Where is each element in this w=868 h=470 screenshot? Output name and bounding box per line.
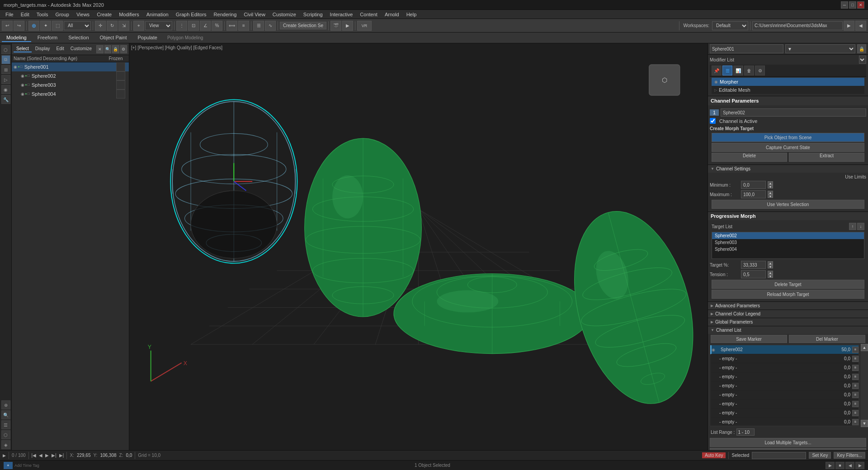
channel-name-input[interactable] — [721, 108, 866, 117]
menu-content[interactable]: Content — [356, 11, 381, 18]
play-btn[interactable]: ▶ — [45, 453, 49, 458]
lock-object-btn[interactable]: 🔒 — [857, 44, 866, 53]
mod-delete-icon[interactable]: 🗑 — [744, 66, 754, 75]
ch-settings-btn-8[interactable]: ≡ — [852, 419, 859, 425]
layer2-icon[interactable]: ☰ — [1, 420, 10, 429]
object-name-input[interactable] — [710, 44, 783, 53]
tension-up-btn[interactable]: ▲ — [768, 271, 773, 274]
channel-list-header[interactable]: Channel List — [708, 326, 868, 334]
env-icon[interactable]: ◈ — [1, 440, 10, 449]
reload-morph-target-btn[interactable]: Reload Morph Target — [712, 290, 864, 299]
global-params-header[interactable]: Global Parameters — [708, 318, 868, 326]
channel-scroll-up-btn[interactable]: ▲ — [861, 344, 868, 351]
menu-edit[interactable]: Edit — [17, 11, 33, 18]
morpher-modifier[interactable]: ◉ Morpher — [712, 78, 864, 86]
curve-btn[interactable]: ∿ — [265, 21, 276, 31]
snap2d-btn[interactable]: ⊡ — [188, 21, 199, 31]
scale-btn[interactable]: ⇲ — [118, 21, 129, 31]
menu-interactive[interactable]: Interactive — [326, 11, 357, 18]
next-frame-btn[interactable]: ▶| — [52, 453, 57, 458]
ch-settings-btn-2[interactable]: ≡ — [852, 365, 859, 371]
find-btn[interactable]: 🔍 — [104, 45, 111, 53]
utilities-icon[interactable]: 🔧 — [1, 95, 10, 104]
zoom-icon[interactable]: 🔍 — [1, 410, 10, 419]
ch-settings-btn-6[interactable]: ≡ — [852, 401, 859, 407]
tension-down-btn[interactable]: ▼ — [768, 274, 773, 278]
menu-create[interactable]: Create — [93, 11, 115, 18]
mod-pin-icon[interactable]: 📌 — [712, 66, 722, 75]
path-input[interactable] — [752, 21, 843, 30]
tab-object-paint[interactable]: Object Paint — [95, 34, 132, 42]
scene-item-sphere003[interactable]: ◉ ● □ Sphere003 — [19, 80, 129, 89]
motion-icon[interactable]: ▷ — [1, 75, 10, 84]
menu-help[interactable]: Help — [403, 11, 420, 18]
angle-snap-btn[interactable]: ∠ — [200, 21, 211, 31]
menu-tools[interactable]: Tools — [33, 11, 52, 18]
select-btn[interactable]: ✦ — [40, 21, 51, 31]
menu-animation[interactable]: Animation — [143, 11, 172, 18]
filter-btn[interactable]: ✕ — [96, 45, 103, 53]
path-nav-btn[interactable]: ▶ — [844, 21, 854, 31]
mini-prev-btn[interactable]: ◀ — [845, 462, 854, 469]
morpher-eye-icon[interactable]: ◉ — [714, 80, 718, 84]
scene-item-sphere002[interactable]: ◉ ● □ Sphere002 — [19, 71, 129, 80]
channel-color-legend-header[interactable]: Channel Color Legend — [708, 310, 868, 318]
go-end-btn[interactable]: ▶| — [59, 453, 64, 458]
select-object-btn[interactable]: ⊕ — [28, 21, 39, 31]
menu-customize[interactable]: Customize — [269, 11, 300, 18]
mini-play-btn[interactable]: ▶ — [826, 462, 835, 469]
sphere002-eye-icon[interactable]: ◉ — [21, 74, 24, 78]
scene-item-sphere001[interactable]: ◉ ● □ Sphere001 — [12, 62, 129, 71]
menu-scripting[interactable]: Scripting — [300, 11, 326, 18]
path-back-btn[interactable]: ◀ — [855, 21, 866, 31]
object-selector-dropdown[interactable]: ▼ — [785, 44, 855, 53]
channel-row-sphere002[interactable]: ◉ Sphere002 50,0 ≡ — [710, 345, 859, 354]
options-icon[interactable]: ⚙ — [120, 45, 127, 53]
sphere001-freeze-btn[interactable] — [116, 62, 125, 71]
extract-btn[interactable]: Extract — [789, 153, 864, 162]
mod-active-icon[interactable]: ☰ — [722, 66, 732, 75]
ch-settings-btn-5[interactable]: ≡ — [852, 392, 859, 398]
channel-scroll-down-btn[interactable]: ▼ — [861, 420, 868, 427]
create-icon[interactable]: ⬡ — [1, 45, 10, 54]
setkey-btn[interactable]: Set Key — [809, 452, 831, 459]
display-tab[interactable]: Display — [33, 46, 53, 52]
target-up-btn[interactable]: ↑ — [849, 223, 856, 230]
list-range-input[interactable] — [736, 428, 755, 436]
modifier-list-dropdown[interactable]: ▼ — [859, 56, 866, 64]
target-sphere002[interactable]: Sphere002 — [712, 232, 864, 239]
menu-group[interactable]: Group — [52, 11, 73, 18]
modify-icon[interactable]: ⧉ — [1, 55, 10, 64]
hierarchy-icon[interactable]: ⊞ — [1, 65, 10, 74]
selected-search-input[interactable] — [752, 452, 806, 459]
mirror-btn[interactable]: ⟺ — [226, 21, 237, 31]
workspace-combo[interactable]: Default — [712, 21, 748, 30]
save-marker-btn[interactable]: Save Marker — [711, 335, 787, 343]
rotate-btn[interactable]: ↻ — [107, 21, 118, 31]
menu-rendering[interactable]: Rendering — [210, 11, 241, 18]
add-time-key-btn[interactable]: + — [4, 462, 13, 469]
menu-arnold[interactable]: Arnold — [381, 11, 403, 18]
sphere003-freeze-btn[interactable] — [116, 80, 125, 89]
tab-selection[interactable]: Selection — [64, 34, 93, 42]
lock-icon[interactable]: 🔒 — [112, 45, 119, 53]
pick-object-btn[interactable]: Pick Object from Scene — [712, 133, 864, 142]
delete-channel-btn[interactable]: Delete — [712, 153, 787, 162]
autokey-btn[interactable]: Auto Key — [702, 452, 726, 458]
snap-btn[interactable]: ⋮ — [176, 21, 187, 31]
advanced-params-header[interactable]: Advanced Parameters — [708, 302, 868, 310]
render-btn[interactable]: ▶ — [342, 21, 353, 31]
target-pct-down-btn[interactable]: ▼ — [768, 265, 773, 268]
minimum-up-btn[interactable]: ▲ — [768, 181, 773, 185]
tension-input[interactable] — [741, 270, 766, 278]
delete-target-btn[interactable]: Delete Target — [712, 280, 864, 289]
maximum-input[interactable] — [741, 190, 766, 198]
maximum-down-btn[interactable]: ▼ — [768, 194, 773, 198]
ch-settings-btn-1[interactable]: ≡ — [852, 356, 859, 362]
sphere002-freeze-btn[interactable] — [116, 71, 125, 80]
ch-settings-btn-0[interactable]: ≡ — [852, 347, 859, 353]
move-btn[interactable]: ✛ — [95, 21, 106, 31]
tab-modeling[interactable]: Modeling — [2, 34, 31, 42]
target-down-btn[interactable]: ↓ — [857, 223, 864, 230]
menu-file[interactable]: File — [2, 11, 17, 18]
